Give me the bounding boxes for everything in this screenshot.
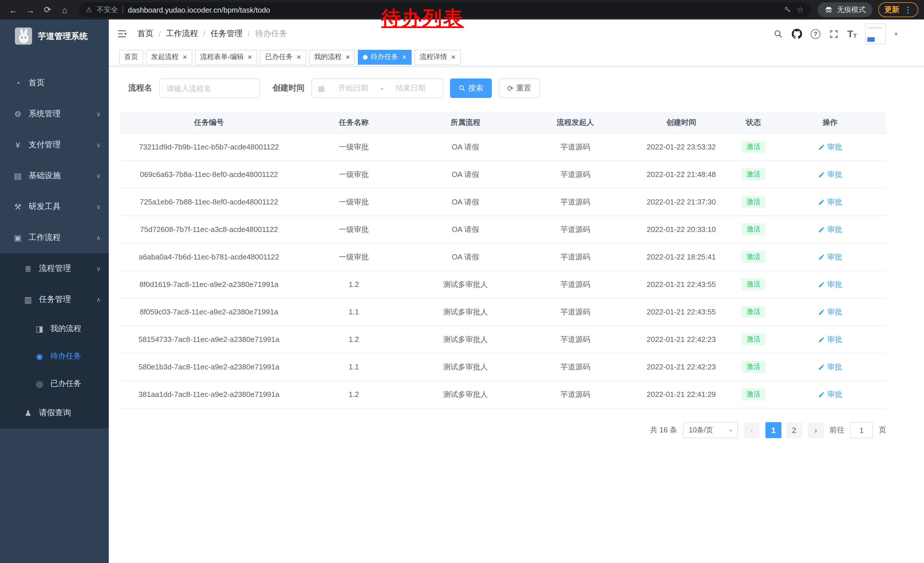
tab-发起流程[interactable]: 发起流程×: [146, 50, 192, 65]
approve-button[interactable]: 审批: [818, 362, 842, 372]
goto-page-input[interactable]: [850, 422, 873, 438]
date-range-picker[interactable]: ▦ 开始日期 - 结束日期: [311, 78, 443, 98]
cell-task-name: 一级审批: [298, 197, 410, 207]
process-name-input[interactable]: [159, 78, 260, 98]
table-row: 725a1eb6-7b88-11ec-8ef0-acde48001122 一级审…: [120, 188, 886, 216]
cell-task-id: 8f059c03-7ac8-11ec-a9e2-a2380e71991a: [120, 308, 298, 316]
close-icon[interactable]: ×: [401, 53, 406, 61]
tab-待办任务[interactable]: 待办任务×: [358, 50, 412, 65]
close-icon[interactable]: ×: [182, 53, 187, 61]
column-header: 所属流程: [410, 117, 521, 128]
close-icon[interactable]: ×: [296, 53, 301, 61]
cell-process: OA 请假: [410, 169, 521, 180]
collapse-sidebar-button[interactable]: [117, 29, 127, 39]
reset-button[interactable]: ⟳ 重置: [499, 78, 540, 98]
status-badge: 激活: [741, 279, 765, 290]
cell-task-id: 069c6a63-7b8a-11ec-8ef0-acde48001122: [120, 170, 298, 179]
cell-task-name: 1.2: [298, 390, 410, 399]
caret-down-icon[interactable]: ▾: [894, 30, 898, 38]
help-icon[interactable]: ?: [811, 29, 820, 39]
sidebar-item-my-process[interactable]: ◨我的流程: [0, 315, 109, 342]
close-icon[interactable]: ×: [345, 53, 350, 61]
approve-button-label: 审批: [827, 307, 842, 317]
sidebar-item-label: 支付管理: [28, 140, 96, 150]
sidebar-item-home[interactable]: ◔首页: [0, 68, 109, 99]
sidebar-item-label: 待办任务: [50, 351, 101, 362]
breadcrumb-item[interactable]: 首页: [137, 29, 153, 39]
home-button[interactable]: ⌂: [57, 2, 72, 17]
breadcrumb-item[interactable]: 任务管理: [211, 29, 243, 39]
forward-button[interactable]: →: [23, 2, 38, 17]
page-size-select[interactable]: 10条/页 ▾: [683, 422, 738, 438]
next-page-button[interactable]: ›: [808, 422, 824, 438]
cell-process: 测试多审批人: [410, 307, 521, 317]
tab-我的流程[interactable]: 我的流程×: [309, 50, 355, 65]
approve-button[interactable]: 审批: [818, 334, 842, 344]
close-icon[interactable]: ×: [246, 53, 252, 61]
tab-流程详情[interactable]: 流程详情×: [414, 50, 460, 65]
key-icon[interactable]: [784, 6, 792, 14]
incognito-icon: [824, 6, 833, 14]
sidebar-item-payment[interactable]: ¥支付管理∨: [0, 129, 109, 161]
approve-button-label: 审批: [827, 197, 842, 207]
breadcrumb-item[interactable]: 工作流程: [166, 29, 198, 39]
total-count: 共 16 条: [650, 425, 677, 435]
cell-task-name: 1.1: [298, 308, 410, 316]
update-button[interactable]: 更新 ⋮: [878, 2, 918, 17]
sidebar-item-system[interactable]: ⚙系统管理∨: [0, 99, 109, 129]
cell-task-name: 一级审批: [298, 142, 410, 152]
approve-button[interactable]: 审批: [818, 389, 842, 399]
tab-首页[interactable]: 首页: [119, 50, 143, 65]
breadcrumb-item: 待办任务: [255, 29, 287, 39]
reload-button[interactable]: ⟳: [40, 2, 55, 17]
back-button[interactable]: ←: [6, 2, 21, 17]
tab-流程表单-编辑[interactable]: 流程表单-编辑×: [195, 50, 257, 65]
approve-button[interactable]: 审批: [818, 142, 842, 152]
github-icon[interactable]: [792, 29, 802, 39]
more-menu-icon[interactable]: ⋮: [904, 5, 912, 14]
sidebar-item-process-manage[interactable]: ≣流程管理∨: [0, 253, 109, 284]
close-icon[interactable]: ×: [450, 53, 455, 61]
approve-button[interactable]: 审批: [818, 197, 842, 207]
approve-button[interactable]: 审批: [818, 169, 842, 180]
approve-button[interactable]: 审批: [818, 279, 842, 290]
sidebar-item-todo-task[interactable]: ◉待办任务: [0, 342, 109, 370]
page-button-2[interactable]: 2: [786, 422, 802, 438]
dashboard-icon: ◔: [12, 78, 24, 88]
infra-icon: ▤: [12, 171, 24, 180]
search-button[interactable]: 搜索: [450, 78, 492, 98]
cell-created-time: 2022-01-21 22:42:23: [630, 363, 733, 371]
avatar-image-detail: [868, 37, 875, 42]
sidebar-item-done-task[interactable]: ◎已办任务: [0, 370, 109, 398]
sidebar-item-leave-query[interactable]: ♟请假查询: [0, 398, 109, 428]
approve-button[interactable]: 审批: [818, 252, 842, 262]
cell-process: 测试多审批人: [410, 389, 521, 399]
chevron-down-icon: ∨: [96, 172, 101, 180]
avatar[interactable]: [866, 24, 886, 44]
approve-button-label: 审批: [827, 224, 842, 234]
end-date-placeholder[interactable]: 结束日期: [384, 83, 437, 93]
tab-已办任务[interactable]: 已办任务×: [260, 50, 306, 65]
cell-initiator: 芋道源码: [521, 334, 630, 344]
tab-label: 待办任务: [371, 52, 398, 62]
task-manage-icon: ▥: [22, 295, 34, 304]
start-date-placeholder[interactable]: 开始日期: [327, 83, 380, 93]
sidebar-item-task-manage[interactable]: ▥任务管理∧: [0, 284, 109, 315]
page-button-1[interactable]: 1: [765, 422, 782, 438]
sidebar-item-infra[interactable]: ▤基础设施∨: [0, 161, 109, 191]
tab-label: 已办任务: [265, 52, 292, 62]
search-icon[interactable]: [773, 29, 783, 39]
table-body: 73211d9d-7b9b-11ec-b5b7-acde48001122 一级审…: [120, 134, 886, 408]
approve-button-label: 审批: [827, 279, 842, 290]
prev-page-button[interactable]: ‹: [744, 422, 760, 438]
sidebar-item-devtools[interactable]: ⚒研发工具∨: [0, 191, 109, 222]
fullscreen-icon[interactable]: [829, 29, 839, 39]
font-size-icon[interactable]: TT: [847, 29, 857, 39]
breadcrumb-separator: /: [248, 29, 250, 38]
sidebar-item-workflow[interactable]: ▣工作流程∧: [0, 222, 109, 253]
app-logo[interactable]: 芋道管理系统: [0, 20, 109, 53]
table-row: a6aba0a4-7b6d-11ec-b781-acde48001122 一级审…: [120, 243, 886, 271]
bookmark-star-icon[interactable]: ☆: [796, 5, 804, 14]
approve-button[interactable]: 审批: [818, 307, 842, 317]
approve-button[interactable]: 审批: [818, 224, 842, 234]
